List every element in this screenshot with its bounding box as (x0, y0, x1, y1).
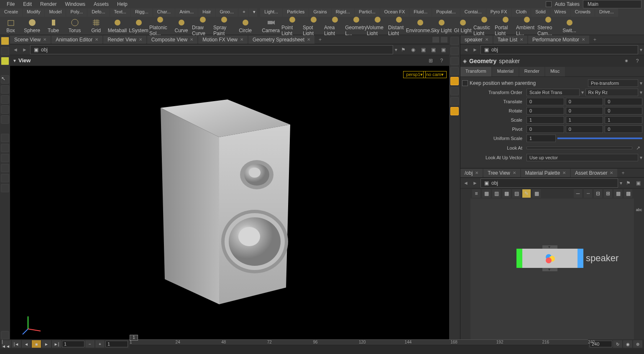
display-opt-icon[interactable] (450, 87, 459, 95)
pane-tab[interactable]: Geometry Spreadsheet✕ (248, 36, 314, 44)
shelf-tab[interactable]: Defo... (87, 8, 109, 17)
net-opt-icon[interactable]: ─ (574, 189, 582, 198)
tool-icon[interactable] (1, 174, 9, 182)
shelf-tool-circle[interactable]: Circle (235, 17, 256, 35)
menu-windows[interactable]: Windows (61, 0, 89, 8)
shelf-tab[interactable]: Poly... (66, 8, 87, 17)
translate-z[interactable]: 0 (605, 98, 642, 105)
shelf-tab[interactable]: Wires (550, 8, 570, 17)
nav-back-icon[interactable]: ◄ (462, 46, 470, 53)
net-opt-icon[interactable]: ⊟ (594, 189, 602, 198)
net-view-icon[interactable]: ▥ (492, 189, 501, 198)
pivot-y[interactable]: 0 (566, 125, 603, 133)
shelf-tool-camera[interactable]: Camera (260, 17, 281, 35)
pane-tab[interactable]: Composite View✕ (147, 36, 197, 44)
add-tab-icon[interactable]: + (315, 36, 325, 44)
close-icon[interactable]: ✕ (95, 37, 98, 42)
tool-icon[interactable] (1, 154, 9, 162)
display-opt-icon[interactable] (450, 107, 459, 115)
close-icon[interactable]: ✕ (307, 37, 310, 42)
nav-back-icon[interactable]: ◄ (462, 179, 470, 187)
net-opt-icon[interactable]: ⊞ (604, 189, 612, 198)
menu-render[interactable]: Render (36, 0, 61, 8)
add-tab-icon[interactable]: + (590, 36, 600, 44)
light-toggle-icon[interactable] (450, 77, 459, 85)
shelf-tool-swit-[interactable]: Swit... (559, 17, 580, 35)
shelf-tool-metaball[interactable]: Metaball (107, 17, 128, 35)
opt-icon[interactable]: ▣ (419, 46, 427, 54)
tab-material[interactable]: Material (492, 67, 519, 76)
keep-position-checkbox[interactable] (462, 80, 468, 86)
close-icon[interactable]: ✕ (582, 37, 585, 42)
tab-misc[interactable]: Misc (545, 67, 565, 76)
select-tool-icon[interactable] (1, 37, 9, 45)
net-opt-icon[interactable]: ▦ (614, 189, 622, 198)
tool-icon[interactable] (1, 95, 9, 104)
frame-start-field[interactable] (62, 341, 84, 347)
shelf-tab[interactable]: Modify (23, 8, 44, 17)
add-tab-icon[interactable]: + (618, 169, 628, 177)
tab-render[interactable]: Render (519, 67, 544, 76)
shelf-tool-area-light[interactable]: Area Light (324, 17, 345, 35)
shelf-tool-portal-light[interactable]: Portal Light (495, 17, 516, 35)
menu-edit[interactable]: Edit (19, 0, 36, 8)
net-opt-icon[interactable]: ┄ (584, 189, 592, 198)
tool-icon[interactable] (1, 144, 9, 152)
lookup-dropdown[interactable]: Use up vector (526, 154, 638, 161)
shelf-tool-lsystem[interactable]: LSystem (128, 17, 149, 35)
tool-icon[interactable] (1, 184, 9, 192)
close-icon[interactable]: ✕ (139, 37, 142, 42)
path-field[interactable]: ▣ obj (480, 45, 638, 54)
nav-fwd-icon[interactable]: ► (471, 46, 479, 53)
node-display-flag[interactable] (516, 249, 522, 268)
play-fwd-icon[interactable]: ► (42, 340, 51, 348)
net-text-icon[interactable]: abc (636, 208, 642, 212)
pane-tab[interactable]: Render View✕ (103, 36, 146, 44)
shelf-tool-curve[interactable]: Curve (171, 17, 192, 35)
display-opt-icon[interactable] (450, 97, 459, 105)
close-icon[interactable]: ✕ (485, 37, 488, 42)
shelf-tool-platonic-sol-[interactable]: Platonic Sol... (149, 17, 171, 35)
shelf-tab[interactable]: Populat... (432, 8, 460, 17)
close-icon[interactable]: ✕ (610, 171, 613, 175)
nav-back-icon[interactable]: ◄ (12, 46, 19, 53)
tool-icon[interactable] (1, 164, 9, 172)
tool-icon[interactable] (1, 85, 9, 94)
node-render-flag[interactable] (578, 249, 583, 268)
uniform-scale-field[interactable]: 1 (526, 135, 556, 142)
shelf-tool-gi-light[interactable]: GI Light (452, 17, 473, 35)
pane-tab[interactable]: speaker✕ (460, 36, 493, 44)
view-menu-icon[interactable]: ▾ (13, 58, 16, 64)
camera-tag[interactable]: no cam▾ (423, 71, 447, 78)
shelf-tab[interactable]: Model (45, 8, 66, 17)
close-icon[interactable]: ✕ (240, 37, 243, 42)
nav-fwd-icon[interactable]: ► (21, 46, 28, 53)
lookat-field[interactable] (526, 147, 632, 149)
picker-icon[interactable]: ↗ (634, 144, 642, 152)
pane-opt-icon[interactable] (441, 37, 447, 43)
node-input-icon[interactable]: ▾ (542, 245, 557, 249)
rotate-y[interactable]: 0 (566, 107, 603, 115)
node-output-icon[interactable]: ▾ (542, 268, 557, 271)
play-stop-icon[interactable]: ■ (32, 340, 41, 348)
layout-icon[interactable]: ⊞ (427, 56, 435, 65)
shelf-tab[interactable]: Crowds (571, 8, 595, 17)
pane-tab[interactable]: Motion FX View✕ (198, 36, 248, 44)
translate-y[interactable]: 0 (566, 98, 603, 105)
timeline-opt-icon[interactable]: ◉ (623, 340, 632, 348)
path-field[interactable]: ▣ obj (480, 178, 618, 188)
shelf-tool-environme-[interactable]: Environme... (409, 17, 431, 35)
shelf-tool-volume-light[interactable]: Volume Light (367, 17, 388, 35)
tool-icon[interactable] (1, 331, 9, 339)
pane-opt-icon[interactable] (432, 37, 439, 43)
menu-assets[interactable]: Assets (89, 0, 113, 8)
menu-help[interactable]: Help (113, 0, 132, 8)
menu-file[interactable]: File (3, 0, 19, 8)
shelf-tool-spray-paint[interactable]: Spray Paint (213, 17, 235, 35)
path-field[interactable]: ▣ obj (30, 45, 393, 54)
timeline-opt-icon[interactable]: ↻ (613, 340, 622, 348)
close-icon[interactable]: ✕ (520, 37, 523, 42)
shelf-tool-point-light[interactable]: Point Light (281, 17, 303, 35)
close-icon[interactable]: ✕ (475, 171, 478, 175)
pane-tab[interactable]: Animation Editor✕ (51, 36, 102, 44)
